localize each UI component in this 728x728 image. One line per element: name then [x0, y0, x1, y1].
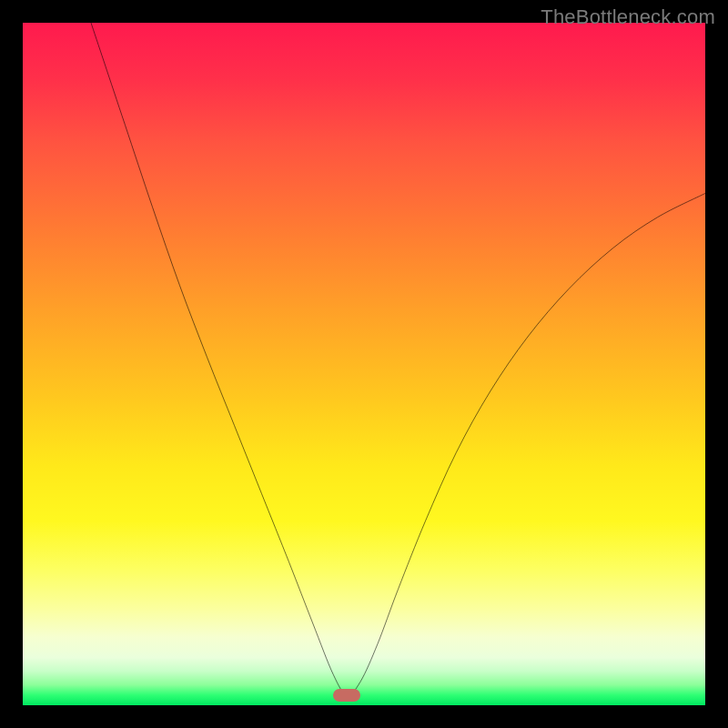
optimal-marker — [333, 689, 360, 702]
chart-frame: TheBottleneck.com — [0, 0, 728, 728]
watermark-text: TheBottleneck.com — [541, 5, 715, 29]
curve-path — [91, 23, 705, 695]
bottleneck-curve — [23, 23, 705, 705]
plot-area — [23, 23, 705, 705]
